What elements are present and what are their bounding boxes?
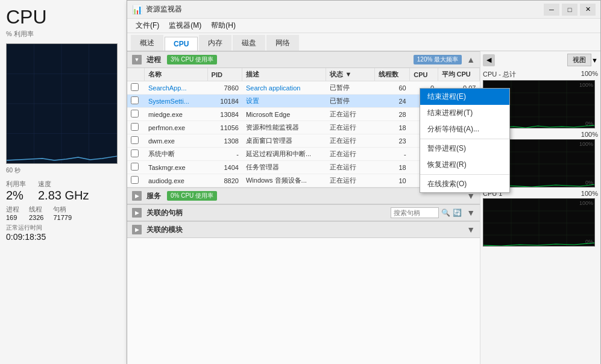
row-threads: 60 [375,81,410,95]
row-check[interactable] [131,83,139,91]
row-name: dwm.exe [145,134,207,148]
row-check[interactable] [131,96,139,104]
tab-overview[interactable]: 概述 [131,35,163,51]
uptime-value: 0:09:18:35 [6,232,121,242]
row-check[interactable] [131,149,139,157]
row-check[interactable] [131,163,139,171]
handle-search-input[interactable] [391,207,439,218]
cpu-total-label: CPU - 总计 100% [483,70,598,79]
ctx-end-process-tree[interactable]: 结束进程树(T) [420,105,509,121]
modules-expand-btn[interactable]: ▶ [132,225,142,234]
minimize-button[interactable]: ─ [544,4,559,16]
uptime-label: 正常运行时间 [6,224,121,232]
row-threads: 24 [375,95,410,108]
thread-label: 线程 [29,205,43,214]
handle-label: 句柄 [53,205,72,214]
ctx-resume-process[interactable]: 恢复进程(R) [420,157,509,173]
row-threads: 28 [375,108,410,121]
menu-file[interactable]: 文件(F) [131,19,164,32]
view-button[interactable]: 视图 [567,54,591,66]
row-check[interactable] [131,136,139,144]
tab-disk[interactable]: 磁盘 [233,35,265,51]
process-value: 169 [6,214,19,221]
cpu-total-text: CPU - 总计 [483,70,516,79]
rp-expand-btn[interactable]: ◀ [483,54,495,66]
close-button[interactable]: ✕ [580,4,596,16]
th-desc[interactable]: 描述 [242,68,326,81]
th-pid[interactable]: PID [207,68,242,81]
row-name: perfmon.exe [145,121,207,134]
view-dropdown[interactable]: ▼ [591,57,598,64]
th-name[interactable]: 名称 [145,68,207,81]
row-pid: 1404 [207,161,242,174]
row-name: miedge.exe [145,108,207,121]
services-expand-btn[interactable]: ▶ [132,191,142,201]
ctx-online-search[interactable]: 在线搜索(O) [420,176,509,192]
th-avgcpu[interactable]: 平均 CPU [438,68,480,81]
row-status: 正在运行 [326,121,375,134]
tab-cpu[interactable]: CPU [165,37,198,51]
maximize-button[interactable]: □ [562,4,577,16]
row-threads: 18 [375,121,410,134]
cpu1-hundred: 100% [579,200,593,206]
row-threads: 23 [375,134,410,148]
row-name: 系统中断 [145,148,207,161]
th-status[interactable]: 状态 ▼ [326,68,375,81]
cpu-graph [6,43,118,164]
cpu-total-percent: 100% [581,70,598,79]
menu-monitor[interactable]: 监视器(M) [164,19,206,32]
row-status: 正在运行 [326,161,375,174]
ctx-separator-1 [420,139,509,139]
speed-value: 2.83 GHz [38,189,89,202]
cpu-subtitle: % 利用率 [6,30,121,39]
row-name: Taskmgr.exe [145,161,207,174]
process-expand-btn[interactable]: ▼ [132,55,142,64]
cpu0-zero: 0% [585,180,593,186]
row-status: 正在运行 [326,174,375,187]
row-check[interactable] [131,123,139,131]
handle-value: 71779 [53,214,72,221]
cpu1-graph: 100% 0% [483,198,595,246]
th-cpu[interactable]: CPU [410,68,438,81]
tab-network[interactable]: 网络 [266,35,299,51]
process-section-title: 进程 [146,55,161,65]
speed-label: 速度 [38,180,89,189]
cpu-title: CPU [6,6,121,28]
modules-section-header[interactable]: ▶ 关联的模块 ▼ [127,221,480,238]
row-desc: Search application [242,81,326,95]
row-status: 正在运行 [326,134,375,148]
tab-memory[interactable]: 内存 [199,35,231,51]
services-section-title: 服务 [146,191,161,201]
utilization-value: 2% [6,189,26,202]
utilization-label: 利用率 [6,180,26,189]
ctx-end-process[interactable]: 结束进程(E) [420,89,509,105]
row-pid: 10184 [207,95,242,108]
row-pid: 8820 [207,174,242,187]
ctx-pause-process[interactable]: 暂停进程(S) [420,140,509,157]
content-area: ▼ 进程 3% CPU 使用率 120% 最大频率 ▲ 名称 PID 描述 [127,51,600,364]
row-check[interactable] [131,110,139,118]
row-threads: - [375,148,410,161]
row-threads: 10 [375,174,410,187]
th-check [127,68,145,81]
refresh-icon[interactable]: 🔄 [453,209,462,217]
menu-help[interactable]: 帮助(H) [206,19,241,32]
row-desc: 延迟过程调用和中断... [242,148,326,161]
row-status: 正在运行 [326,148,375,161]
handles-collapse-icon[interactable]: ▼ [467,208,475,218]
modules-section-title: 关联的模块 [146,225,183,235]
ctx-analyze-wait-chain[interactable]: 分析等待链(A)... [420,121,509,137]
app-icon: 📊 [132,5,142,14]
process-section-header[interactable]: ▼ 进程 3% CPU 使用率 120% 最大频率 ▲ [127,51,480,68]
cpu1-block: CPU 1 100% 100% 0% [483,190,598,246]
context-menu: 结束进程(E) 结束进程树(T) 分析等待链(A)... 暂停进程(S) 恢复进… [420,88,510,193]
th-threads[interactable]: 线程数 [375,68,410,81]
handles-expand-btn[interactable]: ▶ [132,208,142,218]
row-pid: 7860 [207,81,242,95]
modules-collapse-icon[interactable]: ▼ [467,225,475,234]
row-check[interactable] [131,176,139,184]
row-desc: 资源和性能监视器 [242,121,326,134]
search-icon[interactable]: 🔍 [441,209,450,217]
handles-section-header[interactable]: ▶ 关联的句柄 🔍 🔄 ▼ [127,204,480,221]
process-collapse-icon[interactable]: ▲ [467,55,475,64]
